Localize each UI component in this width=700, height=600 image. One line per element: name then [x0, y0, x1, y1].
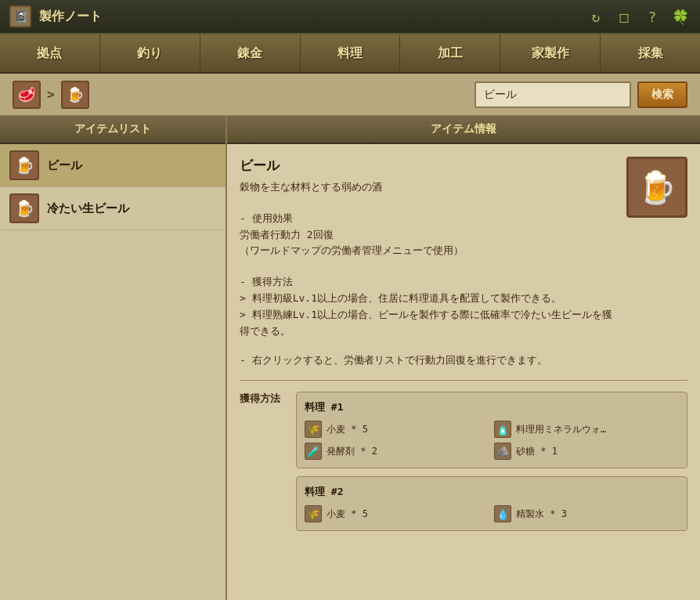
refresh-button[interactable]: ↻ — [586, 6, 606, 27]
mineral-water-icon: 🧴 — [494, 421, 511, 438]
sugar-icon: 🪨 — [494, 443, 511, 460]
ingredient-yeast: 🧪 発酵剤 * 2 — [305, 443, 489, 460]
tab-cooking[interactable]: 料理 — [301, 34, 401, 72]
recipe-2-title: 料理 #2 — [305, 485, 679, 499]
yeast-icon: 🧪 — [305, 443, 322, 460]
beer-label: ビール — [47, 158, 82, 173]
acq-content: 料理 #1 🌾 小麦 * 5 🧴 料理用ミネラルウォ… — [296, 392, 687, 539]
acq-line2: > 料理熟練Lv.1以上の場合、ビールを製作する際に低確率で冷たい生ビールを獲得… — [240, 307, 614, 340]
help-button[interactable]: ? — [642, 6, 662, 27]
cold-beer-label: 冷たい生ビール — [47, 201, 129, 216]
rightclick-text: - 右クリックすると、労働者リストで行動力回復を進行できます。 — [240, 352, 687, 369]
tab-housing[interactable]: 家製作 — [500, 34, 601, 72]
mineral-water-label: 料理用ミネラルウォ… — [516, 423, 606, 436]
item-title: ビール — [240, 157, 614, 175]
item-list-panel: アイテムリスト 🍺 ビール 🍺 冷たい生ビール — [0, 116, 227, 600]
main-area: 🥩 > 🍺 検索 アイテムリスト 🍺 ビール 🍺 冷たい生ビール アイ — [0, 74, 700, 600]
purified-water-label: 精製水 * 3 — [516, 508, 567, 521]
nav-bar: 拠点 釣り 錬金 料理 加工 家製作 採集 — [0, 34, 700, 74]
item-list-scroll[interactable]: 🍺 ビール 🍺 冷たい生ビール — [0, 144, 226, 600]
tab-gathering[interactable]: 採集 — [601, 34, 700, 72]
list-item-cold-beer[interactable]: 🍺 冷たい生ビール — [0, 187, 226, 230]
search-bar: 🥩 > 🍺 検索 — [0, 74, 700, 116]
item-list-header: アイテムリスト — [0, 116, 226, 144]
content-row: アイテムリスト 🍺 ビール 🍺 冷たい生ビール アイテム情報 ビール — [0, 116, 700, 600]
app-title: 製作ノート — [39, 9, 102, 25]
sugar-label: 砂糖 * 1 — [516, 445, 557, 458]
recipe-1-ingredients: 🌾 小麦 * 5 🧴 料理用ミネラルウォ… 🧪 — [305, 421, 679, 460]
purified-water-icon: 💧 — [494, 505, 511, 522]
wheat-icon-1: 🌾 — [305, 421, 322, 438]
tab-alchemy[interactable]: 錬金 — [200, 34, 301, 72]
acq-line1: > 料理初級Lv.1以上の場合、住居に料理道具を配置して製作できる。 — [240, 291, 614, 307]
item-info-header: アイテム情報 — [227, 116, 700, 144]
search-button[interactable]: 検索 — [637, 81, 687, 108]
recipe-1-title: 料理 #1 — [305, 400, 679, 414]
breadcrumb-beer[interactable]: 🍺 — [61, 81, 89, 109]
info-top: ビール 穀物を主な材料とする弱めの酒 - 使用効果 労働者行動力 2回復 （ワー… — [240, 157, 687, 339]
wheat-label-1: 小麦 * 5 — [327, 423, 368, 436]
rightclick-section: - 右クリックすると、労働者リストで行動力回復を進行できます。 — [240, 352, 687, 369]
item-info-panel: アイテム情報 ビール 穀物を主な材料とする弱めの酒 - 使用効果 労働者行動力 … — [227, 116, 700, 600]
tab-base[interactable]: 拠点 — [0, 34, 100, 72]
breadcrumb-separator: > — [47, 87, 55, 102]
search-input[interactable] — [474, 81, 631, 108]
effect-heading: - 使用効果 — [240, 211, 614, 227]
breadcrumb-meat[interactable]: 🥩 — [13, 81, 41, 109]
ingredient-mineral-water: 🧴 料理用ミネラルウォ… — [494, 421, 679, 438]
yeast-label: 発酵剤 * 2 — [327, 445, 377, 458]
info-text-block: ビール 穀物を主な材料とする弱めの酒 - 使用効果 労働者行動力 2回復 （ワー… — [240, 157, 614, 339]
tab-processing[interactable]: 加工 — [400, 34, 500, 72]
item-image: 🍺 — [626, 157, 687, 218]
effect-line2: （ワールドマップの労働者管理メニューで使用） — [240, 243, 614, 259]
item-desc: 穀物を主な材料とする弱めの酒 — [240, 179, 614, 196]
wheat-label-2: 小麦 * 5 — [327, 508, 368, 521]
ingredient-wheat-1: 🌾 小麦 * 5 — [305, 421, 489, 438]
acquisition-section: 獲得方法 料理 #1 🌾 小麦 * 5 — [240, 380, 687, 539]
app-icon: 📓 — [9, 5, 31, 27]
recipe-2: 料理 #2 🌾 小麦 * 5 💧 精製水 * 3 — [296, 476, 687, 531]
ingredient-sugar: 🪨 砂糖 * 1 — [494, 443, 679, 460]
acq-label: 獲得方法 — [240, 392, 296, 406]
clover-button[interactable]: 🍀 — [670, 6, 691, 27]
save-button[interactable]: □ — [614, 6, 634, 27]
effect-line1: 労働者行動力 2回復 — [240, 227, 614, 244]
recipe-2-ingredients: 🌾 小麦 * 5 💧 精製水 * 3 — [305, 505, 679, 522]
wheat-icon-2: 🌾 — [305, 505, 322, 522]
title-buttons: ↻ □ ? 🍀 — [586, 6, 691, 27]
beer-icon: 🍺 — [9, 150, 39, 180]
ingredient-wheat-2: 🌾 小麦 * 5 — [305, 505, 489, 522]
recipe-1: 料理 #1 🌾 小麦 * 5 🧴 料理用ミネラルウォ… — [296, 392, 687, 468]
tab-fishing[interactable]: 釣り — [100, 34, 200, 72]
item-info-scroll[interactable]: ビール 穀物を主な材料とする弱めの酒 - 使用効果 労働者行動力 2回復 （ワー… — [227, 144, 700, 600]
acq-full-row: 獲得方法 料理 #1 🌾 小麦 * 5 — [240, 392, 687, 539]
acq-heading: - 獲得方法 — [240, 274, 614, 291]
ingredient-purified-water: 💧 精製水 * 3 — [494, 505, 679, 522]
title-bar: 📓 製作ノート ↻ □ ? 🍀 — [0, 0, 700, 34]
cold-beer-icon: 🍺 — [9, 193, 39, 223]
list-item-beer[interactable]: 🍺 ビール — [0, 144, 226, 187]
